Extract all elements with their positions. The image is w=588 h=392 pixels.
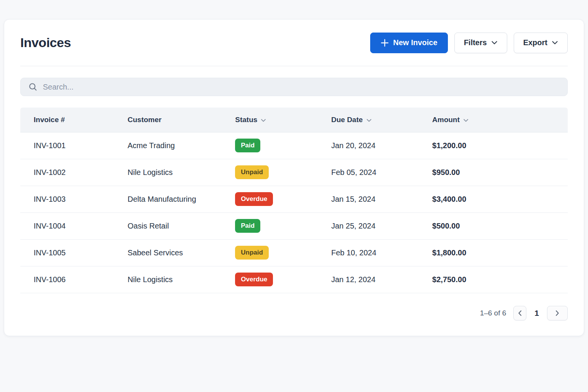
status-badge: Unpaid	[235, 246, 269, 260]
due-date-cell: Feb 05, 2024	[331, 159, 432, 186]
export-label: Export	[523, 38, 547, 47]
table-row[interactable]: INV-1001Acme TradingPaidJan 20, 2024$1,2…	[20, 132, 568, 159]
pagination-range: 1–6 of 6	[480, 309, 506, 317]
toolbar: New Invoice Filters Export	[370, 33, 568, 53]
status-badge: Unpaid	[235, 165, 269, 179]
chevron-down-icon	[463, 119, 469, 122]
export-button[interactable]: Export	[514, 33, 568, 53]
column-header-amount[interactable]: Amount	[432, 108, 568, 132]
column-label: Customer	[127, 116, 162, 124]
table-row[interactable]: INV-1004Oasis RetailPaidJan 25, 2024$500…	[20, 212, 568, 239]
invoice-number-cell: INV-1005	[20, 239, 127, 266]
new-invoice-button[interactable]: New Invoice	[370, 33, 448, 53]
table-row[interactable]: INV-1005Sabeel ServicesUnpaidFeb 10, 202…	[20, 239, 568, 266]
pagination: 1–6 of 6 1	[20, 306, 568, 320]
invoices-table: Invoice #CustomerStatusDue DateAmount IN…	[20, 108, 568, 293]
column-label: Invoice #	[34, 116, 65, 124]
new-invoice-label: New Invoice	[393, 38, 438, 47]
status-cell: Unpaid	[235, 239, 331, 266]
status-cell: Overdue	[235, 266, 331, 293]
chevron-down-icon	[366, 119, 372, 122]
table-row[interactable]: INV-1002Nile LogisticsUnpaidFeb 05, 2024…	[20, 159, 568, 186]
due-date-cell: Feb 10, 2024	[331, 239, 432, 266]
customer-cell: Nile Logistics	[127, 266, 235, 293]
next-page-button[interactable]	[547, 306, 568, 320]
customer-cell: Nile Logistics	[127, 159, 235, 186]
search-input[interactable]	[43, 83, 560, 91]
search-bar[interactable]	[20, 78, 568, 96]
prev-page-button[interactable]	[513, 306, 526, 320]
filters-button[interactable]: Filters	[454, 33, 507, 53]
status-cell: Unpaid	[235, 159, 331, 186]
table-row[interactable]: INV-1003Delta ManufacturingOverdueJan 15…	[20, 186, 568, 212]
customer-cell: Delta Manufacturing	[127, 186, 235, 212]
amount-cell: $950.00	[432, 159, 568, 186]
column-label: Due Date	[331, 116, 363, 124]
plus-icon	[381, 39, 389, 47]
customer-cell: Acme Trading	[127, 132, 235, 159]
column-header-due-date[interactable]: Due Date	[331, 108, 432, 132]
due-date-cell: Jan 20, 2024	[331, 132, 432, 159]
chevron-down-icon	[491, 41, 498, 45]
column-label: Amount	[432, 116, 460, 124]
column-header-customer: Customer	[127, 108, 235, 132]
invoices-card: Invoices New Invoice Filters Export	[4, 19, 584, 336]
column-header-status[interactable]: Status	[235, 108, 331, 132]
customer-cell: Oasis Retail	[127, 212, 235, 239]
amount-cell: $1,200.00	[432, 132, 568, 159]
page-title: Invoices	[20, 35, 71, 50]
status-badge: Paid	[235, 219, 260, 233]
amount-cell: $1,800.00	[432, 239, 568, 266]
chevron-down-icon	[261, 119, 266, 122]
filters-label: Filters	[464, 38, 487, 47]
amount-cell: $3,400.00	[432, 186, 568, 212]
invoice-number-cell: INV-1002	[20, 159, 127, 186]
status-badge: Paid	[235, 139, 260, 152]
chevron-left-icon	[518, 310, 522, 316]
invoice-number-cell: INV-1004	[20, 212, 127, 239]
due-date-cell: Jan 15, 2024	[331, 186, 432, 212]
invoice-number-cell: INV-1006	[20, 266, 127, 293]
chevron-down-icon	[552, 41, 558, 45]
column-header-invoice: Invoice #	[20, 108, 127, 132]
search-icon	[28, 82, 38, 91]
status-badge: Overdue	[235, 192, 273, 206]
amount-cell: $500.00	[432, 212, 568, 239]
chevron-right-icon	[555, 310, 559, 316]
due-date-cell: Jan 25, 2024	[331, 212, 432, 239]
table-row[interactable]: INV-1006Nile LogisticsOverdueJan 12, 202…	[20, 266, 568, 293]
column-label: Status	[235, 116, 257, 124]
due-date-cell: Jan 12, 2024	[331, 266, 432, 293]
status-cell: Overdue	[235, 186, 331, 212]
invoice-number-cell: INV-1001	[20, 132, 127, 159]
customer-cell: Sabeel Services	[127, 239, 235, 266]
status-badge: Overdue	[235, 273, 273, 286]
status-cell: Paid	[235, 212, 331, 239]
amount-cell: $2,750.00	[432, 266, 568, 293]
invoice-number-cell: INV-1003	[20, 186, 127, 212]
current-page: 1	[534, 309, 540, 318]
table-header-row: Invoice #CustomerStatusDue DateAmount	[20, 108, 568, 132]
status-cell: Paid	[235, 132, 331, 159]
card-header: Invoices New Invoice Filters Export	[20, 20, 568, 66]
